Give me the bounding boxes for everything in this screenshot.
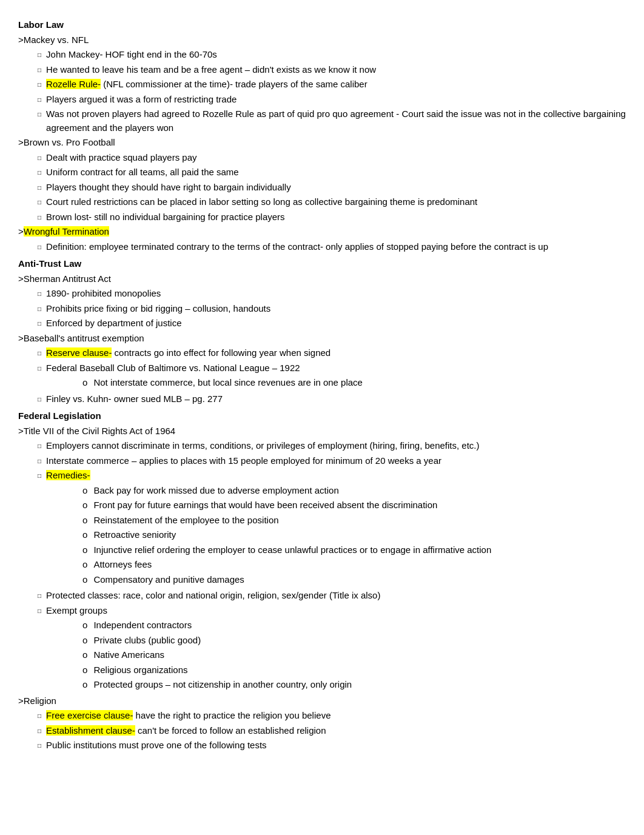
list-item: Protected groups – not citizenship in an… bbox=[82, 678, 626, 692]
list-item: Retroactive seniority bbox=[82, 528, 626, 542]
brown-heading: >Brown vs. Pro Football bbox=[18, 136, 626, 150]
antitrust-title: Anti-Trust Law bbox=[18, 257, 626, 271]
list-item: Employers cannot discriminate in terms, … bbox=[38, 439, 626, 453]
list-item: Protected classes: race, color and natio… bbox=[38, 589, 626, 603]
list-item: Not interstate commerce, but local since… bbox=[82, 376, 626, 390]
list-item: Was not proven players had agreed to Roz… bbox=[38, 107, 626, 135]
mackey-list: John Mackey- HOF tight end in the 60-70s… bbox=[38, 48, 626, 135]
remedies-highlight: Remedies- bbox=[46, 470, 90, 480]
section-federal-legislation: Federal Legislation >Title VII of the Ci… bbox=[18, 409, 626, 753]
section-labor-law: Labor Law >Mackey vs. NFL John Mackey- H… bbox=[18, 18, 626, 253]
list-item: Brown lost- still no individual bargaini… bbox=[38, 210, 626, 224]
remedies-list: Back pay for work missed due to adverse … bbox=[82, 484, 626, 587]
wrongful-termination-heading: >Wrongful Termination bbox=[18, 225, 626, 239]
religion-heading: >Religion bbox=[18, 694, 626, 708]
list-item: Religious organizations bbox=[82, 663, 626, 677]
list-item: He wanted to leave his team and be a fre… bbox=[38, 63, 626, 77]
list-item: Reserve clause- contracts go into effect… bbox=[38, 346, 626, 360]
free-exercise-highlight: Free exercise clause- bbox=[46, 710, 133, 720]
wrongful-termination-highlight: Wrongful Termination bbox=[24, 226, 109, 236]
list-item: Attorneys fees bbox=[82, 558, 626, 572]
list-item: Back pay for work missed due to adverse … bbox=[82, 484, 626, 498]
list-item: Front pay for future earnings that would… bbox=[82, 498, 626, 512]
sherman-heading: >Sherman Antitrust Act bbox=[18, 272, 626, 286]
title-vii-list: Employers cannot discriminate in terms, … bbox=[38, 439, 626, 693]
list-item: Definition: employee terminated contrary… bbox=[38, 240, 626, 254]
list-item: Public institutions must prove one of th… bbox=[38, 739, 626, 753]
list-item: Finley vs. Kuhn- owner sued MLB – pg. 27… bbox=[38, 392, 626, 406]
reserve-clause-highlight: Reserve clause- bbox=[46, 347, 112, 358]
list-item: Private clubs (public good) bbox=[82, 634, 626, 648]
list-item: Dealt with practice squad players pay bbox=[38, 151, 626, 165]
list-item: Court ruled restrictions can be placed i… bbox=[38, 195, 626, 209]
list-item: Remedies- Back pay for work missed due t… bbox=[38, 469, 626, 588]
rozelle-rule-highlight: Rozelle Rule- bbox=[46, 79, 101, 89]
list-item: Players argued it was a form of restrict… bbox=[38, 93, 626, 107]
establishment-clause-highlight: Establishment clause- bbox=[46, 725, 135, 736]
list-item: John Mackey- HOF tight end in the 60-70s bbox=[38, 48, 626, 62]
list-item: Native Americans bbox=[82, 648, 626, 662]
list-item: Rozelle Rule- (NFL commissioner at the t… bbox=[38, 78, 626, 92]
sherman-list: 1890- prohibited monopolies Prohibits pr… bbox=[38, 287, 626, 330]
baseball-list: Reserve clause- contracts go into effect… bbox=[38, 346, 626, 406]
baseball-sub-list: Not interstate commerce, but local since… bbox=[82, 376, 626, 390]
list-item: Establishment clause- can't be forced to… bbox=[38, 724, 626, 738]
list-item: Reinstatement of the employee to the pos… bbox=[82, 514, 626, 528]
baseball-heading: >Baseball's antitrust exemption bbox=[18, 332, 626, 346]
mackey-heading: >Mackey vs. NFL bbox=[18, 33, 626, 47]
exempt-groups-list: Independent contractors Private clubs (p… bbox=[82, 619, 626, 692]
list-item: 1890- prohibited monopolies bbox=[38, 287, 626, 301]
section-antitrust: Anti-Trust Law >Sherman Antitrust Act 18… bbox=[18, 257, 626, 406]
list-item: Exempt groups Independent contractors Pr… bbox=[38, 604, 626, 693]
list-item: Independent contractors bbox=[82, 619, 626, 632]
list-item: Uniform contract for all teams, all paid… bbox=[38, 166, 626, 179]
list-item: Federal Baseball Club of Baltimore vs. N… bbox=[38, 361, 626, 391]
federal-legislation-title: Federal Legislation bbox=[18, 409, 626, 423]
list-item: Injunctive relief ordering the employer … bbox=[82, 543, 626, 557]
wrongful-termination-list: Definition: employee terminated contrary… bbox=[38, 240, 626, 254]
title-vii-heading: >Title VII of the Civil Rights Act of 19… bbox=[18, 424, 626, 438]
list-item: Enforced by department of justice bbox=[38, 317, 626, 330]
list-item: Players thought they should have right t… bbox=[38, 181, 626, 195]
labor-law-title: Labor Law bbox=[18, 18, 626, 32]
religion-list: Free exercise clause- have the right to … bbox=[38, 709, 626, 753]
list-item: Free exercise clause- have the right to … bbox=[38, 709, 626, 723]
list-item: Prohibits price fixing or bid rigging – … bbox=[38, 302, 626, 316]
brown-list: Dealt with practice squad players pay Un… bbox=[38, 151, 626, 224]
list-item: Compensatory and punitive damages bbox=[82, 573, 626, 587]
list-item: Interstate commerce – applies to places … bbox=[38, 454, 626, 468]
